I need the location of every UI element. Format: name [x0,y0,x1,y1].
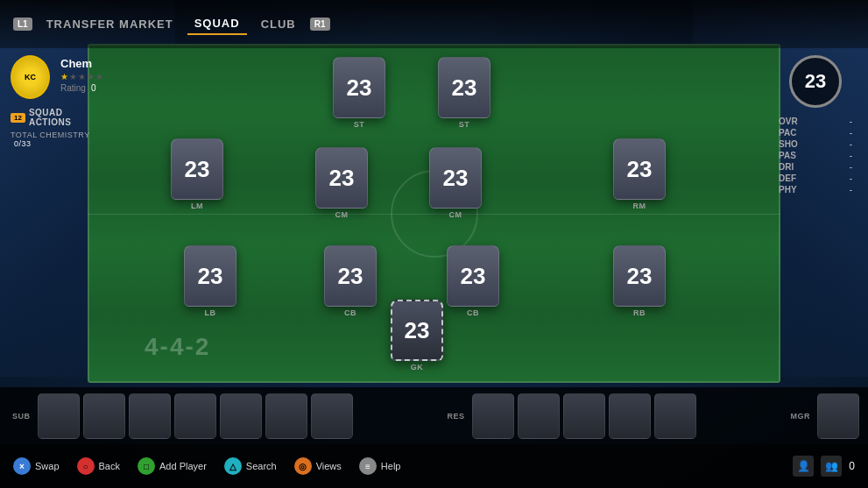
card-shape-st1[interactable]: 23 [333,57,385,118]
group-icon[interactable]: 👥 [821,456,842,477]
nav-club[interactable]: CLUB [254,14,303,34]
star-1: ★ [60,72,68,81]
card-shape-cm1[interactable]: 23 [315,147,368,209]
stat-dri-val: - [850,162,852,172]
card-shape-gk[interactable]: 23 [391,300,443,361]
card-number-cb1: 23 [338,263,363,290]
profile-icon[interactable]: 👤 [793,456,814,477]
player-card-cb2[interactable]: 23 CB [447,245,499,317]
card-shape-st2[interactable]: 23 [438,57,490,118]
stat-pac-label: PAC [779,128,796,138]
card-pos-lb: LB [205,308,216,317]
res-slot-4[interactable] [609,393,651,439]
card-number-cb2: 23 [461,263,486,290]
card-shape-lb[interactable]: 23 [184,245,236,307]
swap-label: Swap [35,461,60,471]
help-btn[interactable]: ≡ Help [359,457,401,475]
add-player-btn[interactable]: □ Add Player [138,457,207,475]
player-card-st1[interactable]: 23 ST [333,57,385,129]
squad-actions-icon: 12 [11,113,25,123]
card-shape-cm2[interactable]: 23 [429,147,482,209]
card-number-lb: 23 [198,263,223,290]
search-btn[interactable]: △ Search [224,457,277,475]
stat-pac-val: - [850,128,852,138]
player-card-rb[interactable]: 23 RB [613,245,666,317]
player-card-rm[interactable]: 23 RM [613,138,666,210]
club-info: Chem ★ ★ ★ ★ ★ Rating 0 [60,55,103,93]
card-pos-cb2: CB [467,308,479,317]
nav-squad[interactable]: SQUAD [187,13,247,35]
stat-pac: PAC - [779,128,852,138]
player-card-st2[interactable]: 23 ST [438,57,490,129]
stat-sho-val: - [850,139,852,149]
nav-transfer-market[interactable]: TRANSFER MARKET [39,14,180,34]
bench-bar: SUB RES MGR [0,387,868,444]
res-slot-5[interactable] [654,393,696,439]
stat-def-label: DEF [779,173,796,183]
badge-r1: R1 [310,18,330,31]
rating-label: Rating [60,83,86,93]
top-nav: L1 TRANSFER MARKET SQUAD CLUB R1 [0,0,868,48]
help-icon: ≡ [359,457,377,475]
player-card-cb1[interactable]: 23 CB [324,245,377,317]
swap-btn[interactable]: × Swap [13,457,60,475]
stat-ovr: OVR - [779,117,852,126]
bench-slot-1[interactable] [38,393,80,439]
card-pos-rb: RB [633,308,646,317]
bench-slot-2[interactable] [83,393,125,439]
stat-sho-label: SHO [779,139,798,149]
mgr-label: MGR [787,412,815,421]
bottom-bar: × Swap ○ Back □ Add Player △ Search ◎ Vi… [0,444,868,488]
player-card-cm1[interactable]: 23 CM [315,147,368,219]
card-number-rb: 23 [627,263,653,290]
card-shape-rm[interactable]: 23 [613,138,666,200]
bench-slot-3[interactable] [129,393,171,439]
card-shape-rb[interactable]: 23 [613,245,666,307]
player-card-lb[interactable]: 23 LB [184,245,236,317]
club-name: Chem [60,57,103,70]
bench-slot-4[interactable] [174,393,216,439]
card-pos-cm2: CM [449,210,462,219]
bench-slot-6[interactable] [265,393,307,439]
views-btn[interactable]: ◎ Views [294,457,342,475]
back-label: Back [99,461,120,471]
bench-slot-7[interactable] [311,393,353,439]
card-shape-cb2[interactable]: 23 [447,245,499,307]
stat-def-val: - [850,173,852,183]
views-label: Views [316,461,342,471]
card-shape-cb1[interactable]: 23 [324,245,377,307]
card-number-lm: 23 [185,156,210,183]
res-slot-3[interactable] [563,393,605,439]
chemistry-val: 0/33 [14,139,32,148]
stat-phy-val: - [850,185,852,194]
stat-ovr-val: - [850,117,852,126]
rating-val: 0 [91,83,96,93]
ovr-badge: 23 [789,55,842,108]
stat-dri-label: DRI [779,162,794,172]
player-card-cm2[interactable]: 23 CM [429,147,482,219]
stat-phy: PHY - [779,185,852,194]
chemistry-row: TOTAL CHEMISTRY 0/33 [11,131,103,148]
right-panel: 23 OVR - PAC - SHO - PAS - DRI - DEF - P… [772,48,859,203]
player-card-gk[interactable]: 23 GK [391,300,443,371]
squad-actions-label: SQUAD ACTIONS [29,108,103,127]
card-shape-lm[interactable]: 23 [171,138,223,200]
card-pos-lm: LM [191,202,203,210]
squad-actions-row: 12 SQUAD ACTIONS [11,108,103,127]
stars-row: ★ ★ ★ ★ ★ [60,72,103,81]
views-icon: ◎ [294,457,312,475]
card-number-rm: 23 [627,156,653,183]
squad-actions: 12 SQUAD ACTIONS TOTAL CHEMISTRY 0/33 [11,103,103,148]
stats-list: OVR - PAC - SHO - PAS - DRI - DEF - PHY … [779,117,852,194]
back-icon: ○ [77,457,95,475]
back-btn[interactable]: ○ Back [77,457,120,475]
bench-slot-5[interactable] [220,393,262,439]
res-slot-2[interactable] [518,393,560,439]
mgr-slot-1[interactable] [817,393,859,439]
star-4: ★ [87,72,95,81]
player-card-lm[interactable]: 23 LM [171,138,223,210]
stat-pas: PAS - [779,151,852,160]
res-slot-1[interactable] [472,393,514,439]
res-label: RES [444,412,469,421]
stat-def: DEF - [779,173,852,183]
